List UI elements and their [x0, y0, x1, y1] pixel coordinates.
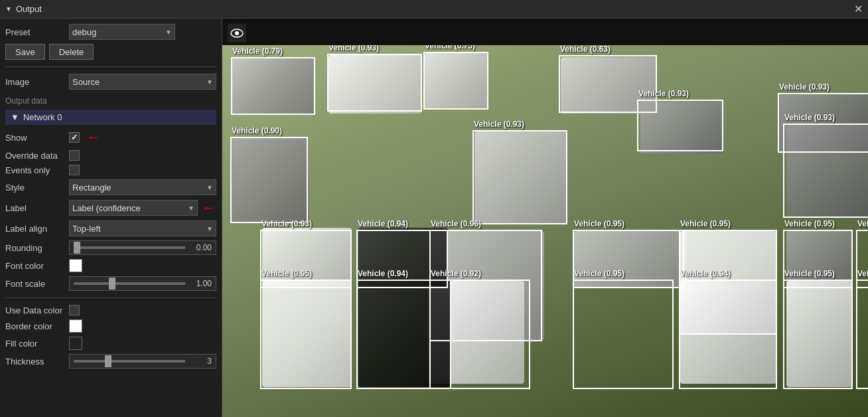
style-label: Style — [5, 183, 65, 193]
detection-label-9: Vehicle (0.93) — [784, 113, 835, 122]
preset-label: Preset — [5, 27, 65, 37]
chevron-down-icon: ▼ — [165, 29, 172, 36]
detection-box-19: Vehicle (0.94) — [679, 280, 777, 389]
sidebar: Preset debug ▼ Save Delete Image Source … — [0, 19, 222, 417]
close-button[interactable]: ✕ — [854, 3, 863, 15]
parking-lot-background: Vehicle (0.79) Vehicle (0.93) Vehicle (0… — [222, 45, 868, 417]
show-arrow-indicator: ← — [86, 129, 101, 146]
use-data-color-row: Use Data color — [5, 305, 216, 315]
chevron-down-icon: ▼ — [206, 225, 213, 232]
detection-label-19: Vehicle (0.94) — [680, 269, 731, 278]
use-data-color-label: Use Data color — [5, 305, 65, 315]
use-data-color-checkbox[interactable] — [69, 305, 80, 315]
detection-label-6: Vehicle (0.93) — [779, 82, 830, 92]
font-scale-label: Font scale — [5, 279, 65, 289]
detection-box-5: Vehicle (0.93) — [637, 100, 723, 151]
detection-box-3: Vehicle (0.75) — [423, 52, 488, 110]
font-scale-value: 1.00 — [188, 279, 212, 288]
detection-box-7: Vehicle (0.90) — [230, 137, 308, 223]
fill-color-label: Fill color — [5, 339, 65, 349]
show-row: Show ← — [5, 129, 216, 146]
thickness-value: 3 — [188, 357, 212, 366]
detection-label-1: Vehicle (0.79) — [232, 46, 283, 56]
network-section-header: ▼ Network 0 — [5, 110, 216, 125]
border-color-row: Border color — [5, 319, 216, 333]
label-arrow-indicator: ← — [202, 199, 216, 216]
label-row: Label Label (confidence ▼ ← — [5, 199, 216, 216]
detection-label-11: Vehicle (0.95) — [574, 219, 624, 228]
detection-label-13: Vehicle (0.93) — [261, 219, 312, 228]
font-scale-slider[interactable] — [74, 282, 185, 285]
rounding-label: Rounding — [5, 243, 65, 253]
detection-box-9: Vehicle (0.93) — [783, 124, 868, 218]
label-align-row: Label align Top-left ▼ — [5, 220, 216, 236]
output-data-label: Output data — [5, 96, 216, 106]
detection-label-2: Vehicle (0.93) — [328, 45, 379, 52]
thickness-slider-container: 3 — [69, 354, 216, 369]
detection-label-20: Vehicle (0.95) — [784, 219, 835, 228]
thickness-row: Thickness 3 — [5, 354, 216, 369]
label-label: Label — [5, 203, 65, 213]
main-content: Preset debug ▼ Save Delete Image Source … — [0, 19, 868, 417]
detection-box-12: Vehicle (0.92) — [429, 280, 530, 389]
detection-box-17: Vehicle (0.95) — [573, 280, 674, 389]
fill-color-row: Fill color — [5, 337, 216, 350]
detection-label-7: Vehicle (0.90) — [232, 126, 282, 135]
detection-box-21: Vehicle (0.95) — [783, 280, 853, 389]
save-button[interactable]: Save — [5, 44, 45, 60]
chevron-down-icon: ▼ — [188, 205, 194, 212]
thickness-slider[interactable] — [74, 360, 185, 363]
label-align-dropdown[interactable]: Top-left ▼ — [69, 220, 216, 236]
events-only-row: Events only — [5, 165, 216, 175]
svg-point-1 — [235, 31, 239, 35]
detection-box-1: Vehicle (0.79) — [231, 57, 315, 115]
detection-label-3: Vehicle (0.75) — [425, 45, 475, 50]
thickness-label: Thickness — [5, 357, 65, 367]
detection-label-10: Vehicle (0.96) — [431, 219, 481, 228]
override-data-label: Override data — [5, 151, 65, 161]
preset-dropdown[interactable]: debug ▼ — [69, 24, 175, 40]
chevron-down-icon: ▼ — [206, 78, 213, 86]
font-color-row: Font color — [5, 259, 216, 272]
border-color-swatch[interactable] — [69, 319, 82, 333]
titlebar: ▼ Output ✕ — [0, 0, 868, 19]
font-scale-row: Font scale 1.00 — [5, 276, 216, 291]
rounding-slider[interactable] — [74, 246, 185, 249]
style-row: Style Rectangle ▼ — [5, 179, 216, 195]
detection-label-22: Vehicle (0.94) — [857, 269, 868, 278]
titlebar-left: ▼ Output — [5, 4, 42, 14]
events-only-label: Events only — [5, 165, 65, 175]
override-data-checkbox[interactable] — [69, 150, 80, 161]
font-scale-slider-container: 1.00 — [69, 276, 216, 291]
show-label: Show — [5, 133, 65, 143]
fill-color-swatch[interactable] — [69, 337, 82, 350]
eye-icon[interactable] — [228, 24, 246, 42]
detection-label-12: Vehicle (0.92) — [431, 269, 481, 278]
detection-label-4: Vehicle (0.63) — [560, 45, 611, 54]
save-delete-row: Save Delete — [5, 44, 216, 60]
delete-button[interactable]: Delete — [49, 44, 94, 60]
detection-label-8: Vehicle (0.93) — [474, 120, 524, 129]
detection-box-8: Vehicle (0.93) — [472, 130, 567, 224]
detection-label-17: Vehicle (0.95) — [574, 269, 624, 278]
border-color-label: Border color — [5, 321, 65, 331]
detection-label-18: Vehicle (0.95) — [680, 219, 731, 228]
rounding-row: Rounding 0.00 — [5, 240, 216, 255]
collapse-icon[interactable]: ▼ — [5, 5, 12, 13]
label-align-label: Label align — [5, 224, 65, 234]
detection-label-20b: Vehicle (0.88) — [857, 219, 868, 228]
window-title: Output — [16, 4, 42, 14]
image-dropdown[interactable]: Source ▼ — [69, 74, 216, 90]
detection-label-14: Vehicle (0.94) — [358, 219, 408, 228]
show-checkbox[interactable] — [69, 132, 80, 143]
font-color-swatch[interactable] — [69, 259, 82, 272]
label-dropdown[interactable]: Label (confidence ▼ — [69, 200, 198, 216]
detection-label-15: Vehicle (0.95) — [261, 269, 312, 278]
font-color-label: Font color — [5, 261, 65, 271]
detection-label-21: Vehicle (0.95) — [784, 269, 835, 278]
image-label: Image — [5, 77, 65, 87]
rounding-slider-container: 0.00 — [69, 240, 216, 255]
expand-icon[interactable]: ▼ — [11, 112, 19, 122]
events-only-checkbox[interactable] — [69, 165, 80, 175]
style-dropdown[interactable]: Rectangle ▼ — [69, 179, 216, 195]
